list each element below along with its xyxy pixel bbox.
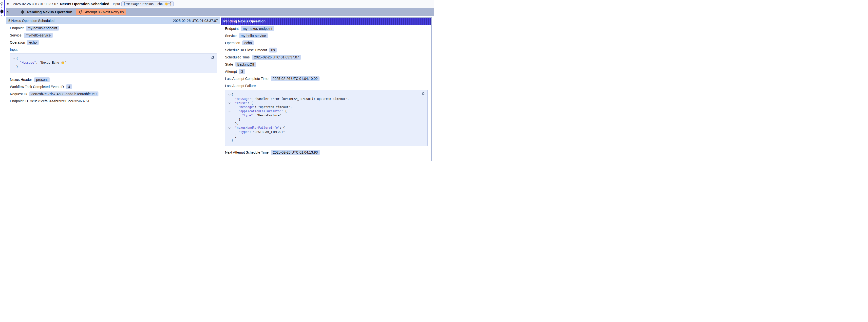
field-value-badge: present (34, 77, 50, 82)
event-row-pending-nexus-operation[interactable]: 5 Pending Nexus Operation Attempt 3 · Ne… (6, 8, 434, 16)
collapse-chevron-icon[interactable] (227, 93, 231, 97)
chevron-gutter (227, 114, 231, 118)
event-timestamp: 2025-02-26 UTC 01:03:37.07 (13, 2, 58, 6)
chevron-gutter (227, 130, 231, 134)
event-row-nexus-operation-scheduled[interactable]: 5 2025-02-26 UTC 01:03:37.07 Nexus Opera… (6, 0, 434, 8)
code-line: { (227, 93, 417, 97)
endpoint-id-link[interactable]: 3c0c75ccfa8144b092c13ce632463761 (30, 99, 90, 103)
code-line: "message": "upstream timeout", (227, 105, 417, 109)
field-label: Last Attempt Failure (225, 84, 256, 88)
detail-row-last-attempt-failure: Last Attempt Failure (225, 83, 428, 88)
code-line-text: "message": "handler error (UPSTREAM_TIME… (231, 97, 349, 101)
retry-attempt-badge: Attempt 3 · Next Retry 0s (76, 9, 126, 15)
code-line-text: "message": "upstream timeout", (231, 105, 292, 109)
field-label: Nexus Header (10, 78, 32, 82)
code-line-text: "type": "NexusFailure" (231, 114, 281, 118)
chevron-gutter (227, 118, 231, 122)
field-value-badge: echo (242, 40, 254, 45)
panel-header-scheduled: 5 Nexus Operation Scheduled 2025-02-26 U… (6, 17, 220, 24)
code-line-text: { (231, 93, 233, 97)
code-line-text: } (231, 118, 240, 122)
field-label: Request ID (10, 92, 27, 96)
detail-row-service: Servicemy-hello-service (225, 33, 428, 38)
chevron-gutter (12, 65, 16, 69)
event-marker-current-icon[interactable] (0, 10, 3, 13)
field-value-badge: 0s (269, 47, 277, 53)
code-line-text: "cause": { (231, 101, 253, 105)
collapse-chevron-icon[interactable] (227, 126, 231, 130)
field-value-badge: my-hello-service (24, 33, 53, 38)
field-label: Attempt (225, 69, 237, 73)
field-value-badge: my-hello-service (239, 33, 268, 38)
field-label: Input (10, 47, 18, 52)
panel-header-pending: Pending Nexus Operation (221, 18, 431, 25)
detail-row-endpoint: Endpointmy-nexus-endpoint (225, 26, 428, 31)
code-line: } (12, 65, 207, 69)
code-line: "applicationFailureInfo": { (227, 109, 417, 114)
timeline-connector-line (1, 13, 2, 16)
event-marker-open-icon (0, 2, 3, 5)
field-label: Operation (225, 41, 240, 45)
field-label: Endpoint ID (10, 99, 28, 103)
collapse-chevron-icon[interactable] (12, 57, 16, 61)
panel-timestamp: 2025-02-26 UTC 01:03:37.07 (173, 19, 218, 23)
detail-row-nexus-header: Nexus Headerpresent (10, 77, 217, 82)
collapse-chevron-icon[interactable] (227, 109, 231, 114)
input-label: Input (113, 2, 120, 6)
copy-icon[interactable] (211, 56, 214, 59)
collapse-chevron-icon[interactable] (227, 101, 231, 105)
code-line-text: "Message": "Nexus Echo 👋" (16, 61, 66, 65)
detail-row-last-attempt-complete-time: Last Attempt Complete Time2025-02-26 UTC… (225, 76, 428, 81)
failure-json-code-block: { "message": "handler error (UPSTREAM_TI… (225, 90, 428, 146)
field-label: Last Attempt Complete Time (225, 77, 269, 80)
chevron-gutter (227, 105, 231, 109)
code-line: } (227, 118, 417, 122)
event-id-link[interactable]: 5 (7, 10, 9, 14)
timeline-accent-bar (4, 0, 5, 16)
field-value-badge: my-nexus-endpoint (241, 26, 274, 31)
input-json-code-block: { "Message": "Nexus Echo 👋"} (10, 54, 217, 73)
field-value-badge: 2025-02-26 UTC 01:04:10.09 (271, 76, 319, 81)
chevron-gutter (227, 138, 231, 142)
code-line: "type": "UPSTREAM_TIMEOUT" (227, 130, 417, 134)
timeline-connector-line (1, 5, 2, 10)
copy-icon[interactable] (421, 92, 425, 96)
field-value-badge: 2025-02-26 UTC 01:04:13.93 (271, 150, 320, 155)
detail-row-endpoint-id: Endpoint ID3c0c75ccfa8144b092c13ce632463… (10, 99, 217, 103)
code-line-text: { (16, 57, 18, 61)
code-line: "message": "handler error (UPSTREAM_TIME… (227, 97, 417, 101)
event-detail-panels: 5 Nexus Operation Scheduled 2025-02-26 U… (6, 17, 434, 161)
field-value-badge: 3 (239, 69, 245, 74)
code-line-text: }, (231, 122, 239, 126)
code-line-text: "applicationFailureInfo": { (231, 109, 287, 114)
field-label: Scheduled Time (225, 55, 250, 59)
detail-row-operation: Operationecho (10, 40, 217, 45)
detail-row-scheduled-time: Scheduled Time2025-02-26 UTC 01:03:37.07 (225, 55, 428, 60)
event-title: Pending Nexus Operation (27, 10, 72, 14)
panel-pending-nexus-operation: Pending Nexus Operation Endpointmy-nexus… (221, 17, 432, 161)
field-label: State (225, 62, 233, 66)
code-line: "cause": { (227, 101, 417, 105)
retry-icon (79, 10, 83, 14)
code-line-text: "type": "UPSTREAM_TIMEOUT" (231, 130, 285, 134)
code-line: }, (227, 122, 417, 126)
detail-row-attempt: Attempt3 (225, 69, 428, 74)
chevron-gutter (227, 122, 231, 126)
code-line: "type": "NexusFailure" (227, 114, 417, 118)
chevron-gutter (227, 134, 231, 138)
field-label: Workflow Task Completed Event ID (10, 85, 64, 89)
code-line: } (227, 134, 417, 138)
event-id-link[interactable]: 5 (7, 2, 9, 6)
detail-row-state: StateBackingOff (225, 62, 428, 67)
detail-row-request-id: Request ID3e829b7e-7d67-4b08-aad3-b1e868… (10, 92, 217, 96)
detail-row-input: Input (10, 47, 217, 52)
field-label: Service (10, 33, 22, 37)
field-label: Next Attempt Schedule Time (225, 151, 269, 154)
code-line-text: } (16, 65, 18, 69)
detail-row-operation: Operationecho (225, 40, 428, 45)
chevron-gutter (12, 61, 16, 65)
field-value-badge: my-nexus-endpoint (26, 26, 59, 31)
code-line: "nexusHandlerFailureInfo": { (227, 126, 417, 130)
field-value-badge: 4 (66, 84, 72, 89)
detail-row-endpoint: Endpointmy-nexus-endpoint (10, 26, 217, 31)
